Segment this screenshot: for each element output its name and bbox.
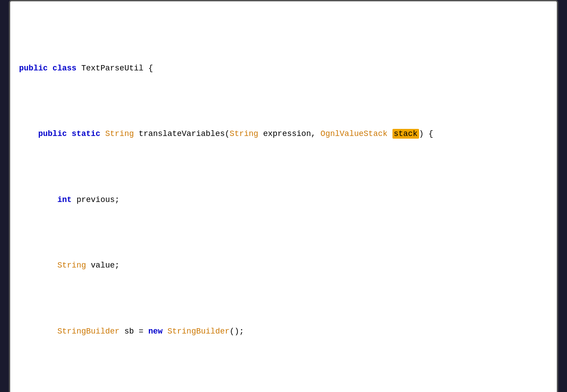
code-line-1: public class TextParseUtil { [19,62,548,75]
code-line-4: String value; [19,259,548,272]
code-line-5: StringBuilder sb = new StringBuilder(); [19,325,548,338]
code-content: public class TextParseUtil { public stat… [10,6,557,392]
code-editor: public class TextParseUtil { public stat… [9,0,558,392]
code-line-3: int previous; [19,194,548,207]
code-line-2: public static String translateVariables(… [19,128,548,141]
